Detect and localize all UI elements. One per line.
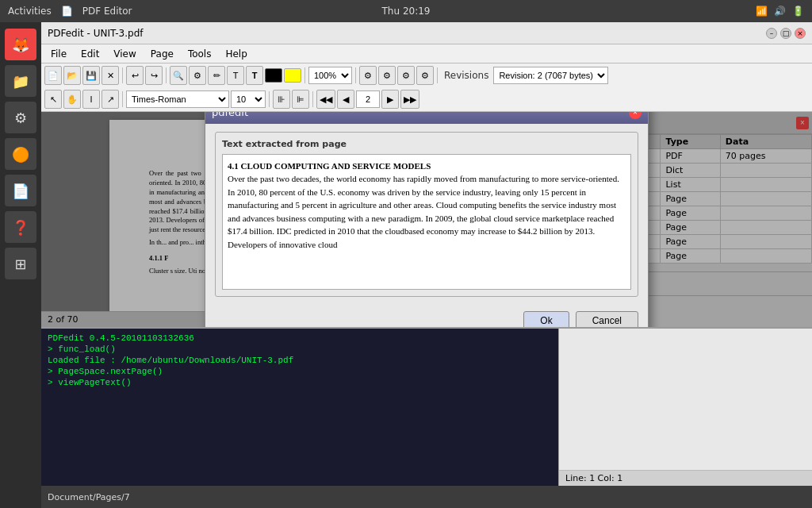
separator-7 [269,91,270,107]
fontsize-select[interactable]: 10 [231,90,266,108]
maximize-button[interactable]: □ [780,28,791,39]
save-button[interactable]: 💾 [82,66,100,85]
activities-label[interactable]: Activities [8,6,52,17]
app-menu-label[interactable]: PDF Editor [82,6,132,17]
redo-button[interactable]: ↪ [145,66,163,85]
font-select[interactable]: Times-Roman [126,90,229,108]
console-panel[interactable]: PDFedit 0.4.5-20101103132636 > func_load… [41,329,558,486]
page-next-next[interactable]: ▶▶ [400,90,419,109]
undo-button[interactable]: ↩ [126,66,144,85]
page-prev-prev[interactable]: ◀◀ [316,90,335,109]
tool3-button[interactable]: ✏ [208,66,225,85]
separator-4 [355,67,356,83]
menu-tools[interactable]: Tools [182,47,218,61]
dialog-content-bold: 4.1 CLOUD COMPUTING AND SERVICE MODELS [228,161,431,171]
dialog: pdfedit × Text extracted from page 4.1 C… [205,112,649,327]
bottom-area: PDFedit 0.4.5-20101103132636 > func_load… [41,327,812,486]
dialog-close-button[interactable]: × [629,112,642,119]
activity-system[interactable]: ⚙️ [5,102,36,133]
dialog-content-text: Over the past two decades, the world eco… [228,174,619,249]
dialog-buttons: Ok Cancel [215,311,638,328]
tool-cursor[interactable]: ↗ [102,90,119,109]
console-status-text: Line: 1 Col: 1 [565,473,622,483]
console-status-line: Line: 1 Col: 1 [559,470,812,486]
menu-bar: File Edit View Page Tools Help [41,44,812,64]
activity-help[interactable]: ❓ [5,211,36,243]
tool-text[interactable]: I [82,90,100,109]
window-title: PDFedit - UNIT-3.pdf [48,28,144,39]
close-button[interactable]: × [795,28,806,39]
minimize-button[interactable]: – [766,28,777,39]
tool-hand[interactable]: ✋ [63,90,81,109]
separator-6 [122,91,123,107]
wifi-icon: 📶 [756,6,768,17]
app-icon: 📄 [61,6,73,17]
dialog-body: Text extracted from page 4.1 CLOUD COMPU… [205,124,648,328]
nav-btn1[interactable]: ⚙ [359,66,377,85]
open-button[interactable]: 📂 [63,66,81,85]
separator-3 [304,67,305,83]
color-black-button[interactable] [265,68,282,83]
activity-pdf[interactable]: 📄 [5,175,36,206]
activity-firefox[interactable]: 🦊 [5,29,36,60]
nav-btn2[interactable]: ⚙ [378,66,396,85]
console-right: Line: 1 Col: 1 [558,329,812,486]
tool-select[interactable]: ↖ [44,90,62,109]
revisions-label: Revisions [441,70,492,81]
title-bar: PDFedit - UNIT-3.pdf – □ × [41,22,812,44]
battery-icon: 🔋 [792,6,804,17]
revisions-select[interactable]: Revision: 2 (7067 bytes) [493,67,608,84]
dialog-cancel-button[interactable]: Cancel [576,311,638,328]
dialog-title: pdfedit [212,112,248,118]
menu-help[interactable]: Help [219,47,253,61]
bottom-path: Document/Pages/7 [48,492,130,502]
separator-8 [312,91,313,107]
tool1-button[interactable]: 🔍 [170,66,187,85]
tool2-button[interactable]: ⚙ [189,66,206,85]
nav-btn4[interactable]: ⚙ [416,66,434,85]
console-line-4: > viewPageText() [48,378,552,387]
close-doc-button[interactable]: ✕ [102,66,119,85]
system-bar: Activities 📄 PDF Editor Thu 20:19 📶 🔊 🔋 [0,0,812,22]
tool4-button[interactable]: T [227,66,244,85]
activity-grid[interactable]: ⊞ [5,248,36,279]
page-next[interactable]: ▶ [381,90,399,109]
align-right[interactable]: ⊫ [292,90,309,109]
system-time: Thu 20:19 [382,6,431,17]
dialog-group-label: Text extracted from page [222,139,631,149]
separator-2 [166,67,167,83]
menu-edit[interactable]: Edit [75,47,105,61]
separator-5 [437,67,438,83]
toolbar-row-1: 📄 📂 💾 ✕ ↩ ↪ 🔍 ⚙ ✏ T T [41,64,812,87]
toolbar-container: 📄 📂 💾 ✕ ↩ ↪ 🔍 ⚙ ✏ T T [41,64,812,112]
main-content: 4.1 CLOUD COMPUTING AND SERVICE MODELS O… [41,112,812,327]
dialog-group: Text extracted from page 4.1 CLOUD COMPU… [215,132,638,297]
activity-ubuntu[interactable]: 🟠 [5,138,36,170]
page-prev[interactable]: ◀ [337,90,354,109]
menu-page[interactable]: Page [144,47,180,61]
dialog-textarea[interactable]: 4.1 CLOUD COMPUTING AND SERVICE MODELS O… [222,154,631,290]
dialog-overlay: pdfedit × Text extracted from page 4.1 C… [41,112,812,327]
console-line-2: Loaded file : /home/ubuntu/Downloads/UNI… [48,356,552,365]
zoom-select[interactable]: 100% [308,67,352,84]
nav-btn3[interactable]: ⚙ [397,66,415,85]
console-line-1: > func_load() [48,344,552,354]
activity-bar: 🦊 📁 ⚙️ 🟠 📄 ❓ ⊞ [0,22,41,508]
console-line-0: PDFedit 0.4.5-20101103132636 [48,333,552,343]
align-left[interactable]: ⊪ [273,90,290,109]
tool5-button[interactable]: T [246,66,263,85]
toolbar-row-2: ↖ ✋ I ↗ Times-Roman 10 ⊪ ⊫ ◀◀ [41,87,812,111]
content-area: PDFedit - UNIT-3.pdf – □ × File Edit Vie… [41,22,812,508]
dialog-ok-button[interactable]: Ok [523,311,569,328]
volume-icon: 🔊 [774,6,786,17]
menu-file[interactable]: File [44,47,73,61]
separator-1 [122,67,123,83]
console-scroll[interactable] [559,329,812,470]
new-button[interactable]: 📄 [44,66,62,85]
menu-view[interactable]: View [107,47,142,61]
bottom-dock: Document/Pages/7 [41,486,812,508]
console-line-3: > PageSpace.nextPage() [48,367,552,376]
activity-files[interactable]: 📁 [5,65,36,97]
color-yellow-button[interactable] [284,68,301,83]
page-input[interactable] [356,90,380,108]
